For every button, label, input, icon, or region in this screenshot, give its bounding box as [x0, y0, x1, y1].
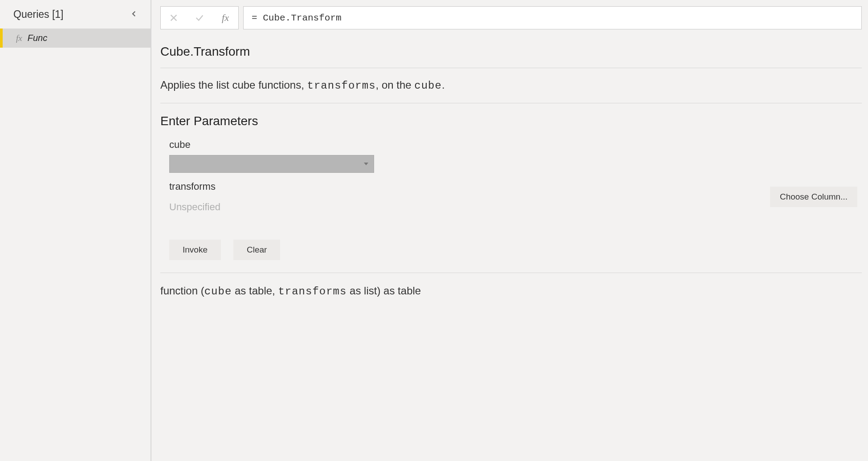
param-transforms-left: transforms Unspecified	[169, 181, 220, 213]
param-transforms-value: Unspecified	[169, 201, 220, 213]
enter-parameters-title: Enter Parameters	[160, 103, 862, 139]
sidebar-title: Queries [1]	[13, 8, 64, 20]
desc-text: Applies the list cube functions,	[160, 79, 307, 91]
fx-icon: fx	[16, 33, 22, 43]
param-transforms-label: transforms	[169, 181, 220, 192]
param-actions: Invoke Clear	[160, 240, 862, 273]
sig-text: function (	[160, 285, 204, 297]
function-content: Cube.Transform Applies the list cube fun…	[151, 36, 868, 461]
desc-param-cube: cube	[414, 80, 442, 92]
param-cube-label: cube	[169, 139, 862, 151]
param-cube: cube	[160, 139, 862, 173]
app-root: Queries [1] fx Func fx	[0, 0, 868, 461]
fx-button[interactable]: fx	[212, 7, 238, 29]
formula-bar: fx = Cube.Transform	[151, 0, 868, 36]
formula-input[interactable]: = Cube.Transform	[243, 6, 862, 29]
sig-param-transforms: transforms	[278, 286, 346, 298]
confirm-formula-button[interactable]	[187, 7, 212, 29]
desc-text: , on the	[376, 79, 415, 91]
fx-icon: fx	[222, 12, 229, 24]
query-name: Func	[28, 33, 47, 43]
query-item-func[interactable]: fx Func	[0, 29, 151, 48]
sidebar-header: Queries [1]	[0, 0, 151, 29]
param-cube-dropdown[interactable]	[169, 155, 374, 173]
sig-text: as table,	[232, 285, 278, 297]
invoke-button[interactable]: Invoke	[169, 240, 221, 260]
choose-column-button[interactable]: Choose Column...	[770, 187, 857, 207]
collapse-sidebar-icon[interactable]	[126, 6, 143, 22]
queries-sidebar: Queries [1] fx Func	[0, 0, 151, 461]
main-panel: fx = Cube.Transform Cube.Transform Appli…	[151, 0, 868, 461]
function-title: Cube.Transform	[160, 45, 862, 68]
desc-text: .	[442, 79, 445, 91]
clear-button[interactable]: Clear	[233, 240, 280, 260]
cancel-formula-button[interactable]	[161, 7, 187, 29]
formula-actions: fx	[160, 6, 239, 29]
sig-text: as list) as table	[346, 285, 421, 297]
param-transforms: transforms Unspecified Choose Column...	[160, 181, 862, 213]
chevron-down-icon	[364, 163, 368, 165]
function-signature: function (cube as table, transforms as l…	[160, 273, 862, 298]
formula-text: = Cube.Transform	[252, 13, 342, 23]
desc-param-transforms: transforms	[307, 80, 376, 92]
sig-param-cube: cube	[204, 286, 232, 298]
function-description: Applies the list cube functions, transfo…	[160, 68, 862, 103]
